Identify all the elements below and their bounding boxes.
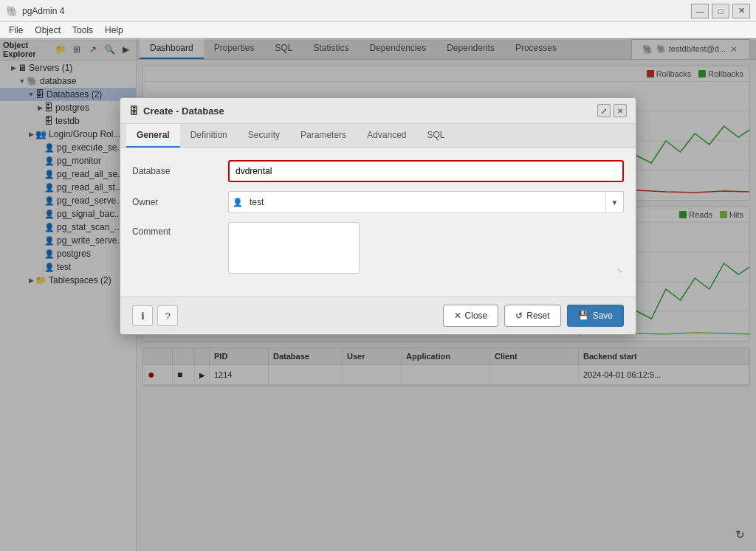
owner-field-row: Owner 👤 test ▼ bbox=[132, 191, 624, 213]
comment-textarea[interactable] bbox=[228, 222, 360, 274]
modal-tab-parameters[interactable]: Parameters bbox=[290, 124, 357, 148]
modal-tab-general[interactable]: General bbox=[126, 124, 180, 148]
modal-db-icon: 🗄 bbox=[129, 105, 139, 117]
database-label: Database bbox=[132, 166, 228, 176]
modal-header-buttons: ⤢ ✕ bbox=[597, 104, 627, 117]
close-window-button[interactable]: ✕ bbox=[732, 4, 750, 18]
titlebar: 🐘 pgAdmin 4 — □ ✕ bbox=[0, 0, 756, 22]
owner-select[interactable]: 👤 test ▼ bbox=[228, 191, 624, 213]
modal-header: 🗄 Create - Database ⤢ ✕ bbox=[120, 98, 636, 124]
menu-help[interactable]: Help bbox=[99, 24, 129, 37]
save-icon: 💾 bbox=[578, 311, 589, 321]
close-x-icon: ✕ bbox=[454, 311, 461, 321]
app-icon: 🐘 bbox=[6, 5, 18, 17]
menubar: File Object Tools Help bbox=[0, 22, 756, 38]
comment-textarea-wrap: ⤡ bbox=[228, 222, 624, 276]
minimize-button[interactable]: — bbox=[691, 4, 709, 18]
modal-tab-advanced[interactable]: Advanced bbox=[357, 124, 416, 148]
create-database-modal: 🗄 Create - Database ⤢ ✕ General Definiti… bbox=[120, 97, 636, 335]
footer-left-buttons: ℹ ? bbox=[132, 305, 178, 326]
database-field-row: Database bbox=[132, 160, 624, 182]
close-modal-button[interactable]: ✕ Close bbox=[443, 305, 499, 327]
menu-file[interactable]: File bbox=[3, 24, 29, 37]
modal-overlay: 🗄 Create - Database ⤢ ✕ General Definiti… bbox=[0, 38, 756, 551]
maximize-button[interactable]: □ bbox=[712, 4, 729, 18]
info-button[interactable]: ℹ bbox=[132, 305, 153, 326]
resize-handle-icon: ⤡ bbox=[616, 266, 622, 274]
footer-right-buttons: ✕ Close ↺ Reset 💾 Save bbox=[443, 305, 624, 327]
modal-footer: ℹ ? ✕ Close ↺ Reset 💾 Save bbox=[120, 297, 636, 334]
owner-user-icon: 👤 bbox=[229, 198, 247, 207]
modal-tab-security[interactable]: Security bbox=[238, 124, 290, 148]
modal-tab-sql[interactable]: SQL bbox=[417, 124, 456, 148]
comment-label: Comment bbox=[132, 222, 228, 237]
reset-icon: ↺ bbox=[515, 311, 523, 321]
modal-tabs: General Definition Security Parameters A… bbox=[120, 124, 636, 148]
owner-label: Owner bbox=[132, 197, 228, 207]
menu-object[interactable]: Object bbox=[29, 24, 66, 37]
owner-dropdown-arrow[interactable]: ▼ bbox=[605, 192, 623, 212]
modal-body: Database Owner 👤 test ▼ Comment ⤡ bbox=[120, 148, 636, 297]
app-title: pgAdmin 4 bbox=[22, 6, 691, 16]
owner-value: test bbox=[247, 197, 605, 207]
modal-expand-button[interactable]: ⤢ bbox=[597, 104, 611, 117]
modal-tab-definition[interactable]: Definition bbox=[180, 124, 238, 148]
modal-title: 🗄 Create - Database bbox=[129, 105, 224, 117]
reset-button[interactable]: ↺ Reset bbox=[504, 305, 560, 327]
comment-field-row: Comment ⤡ bbox=[132, 222, 624, 276]
menu-tools[interactable]: Tools bbox=[66, 24, 99, 37]
help-button[interactable]: ? bbox=[157, 305, 178, 326]
save-button[interactable]: 💾 Save bbox=[567, 305, 624, 327]
modal-close-header-button[interactable]: ✕ bbox=[614, 104, 627, 117]
window-controls: — □ ✕ bbox=[691, 4, 750, 18]
database-input[interactable] bbox=[228, 160, 624, 182]
